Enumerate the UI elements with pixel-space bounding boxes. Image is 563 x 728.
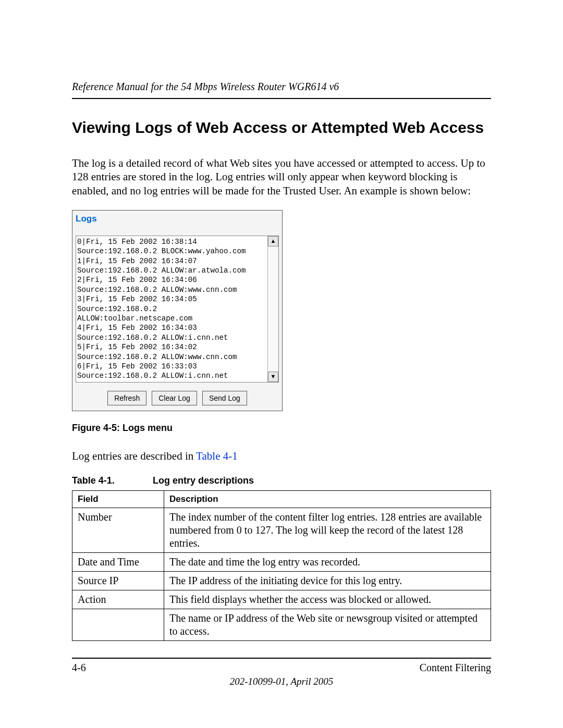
table-reference-line: Log entries are described in Table 4-1 <box>72 449 491 463</box>
section-heading: Viewing Logs of Web Access or Attempted … <box>72 119 491 137</box>
table-title: Log entry descriptions <box>153 475 254 486</box>
intro-paragraph: The log is a detailed record of what Web… <box>72 156 491 198</box>
cell-field: Date and Time <box>72 553 164 572</box>
table-row: Date and Time The date and time the log … <box>72 553 491 572</box>
cell-desc: The date and time the log entry was reco… <box>164 553 491 572</box>
log-scrollbar[interactable]: ▲ ▼ <box>267 236 278 382</box>
table-caption: Table 4-1. Log entry descriptions <box>72 475 491 486</box>
cell-field <box>72 609 164 641</box>
logs-button-row: Refresh Clear Log Send Log <box>72 386 282 411</box>
th-description: Description <box>164 491 491 508</box>
table-row: Source IP The IP address of the initiati… <box>72 572 491 590</box>
cell-desc: The IP address of the initiating device … <box>164 572 491 590</box>
cell-field: Source IP <box>72 572 164 590</box>
table-ref-link[interactable]: Table 4-1 <box>196 450 238 462</box>
figure-caption: Figure 4-5: Logs menu <box>72 423 491 434</box>
table-label: Table 4-1. <box>72 475 150 486</box>
th-field: Field <box>72 491 164 508</box>
log-textarea-wrap: 0|Fri, 15 Feb 2002 16:38:14 Source:192.1… <box>76 236 279 382</box>
logs-panel-title: Logs <box>72 211 282 224</box>
table-ref-prefix: Log entries are described in <box>72 450 196 462</box>
running-header: Reference Manual for the 54 Mbps Wireles… <box>72 81 491 99</box>
page-footer: 4-6 Content Filtering 202-10099-01, Apri… <box>72 658 491 687</box>
refresh-button[interactable]: Refresh <box>107 391 146 405</box>
cell-field: Action <box>72 590 164 609</box>
footer-section-name: Content Filtering <box>420 662 491 674</box>
table-row: Action This field displays whether the a… <box>72 590 491 609</box>
scroll-track[interactable] <box>268 246 278 372</box>
scroll-down-icon[interactable]: ▼ <box>268 372 278 382</box>
scroll-up-icon[interactable]: ▲ <box>268 236 278 246</box>
send-log-button[interactable]: Send Log <box>202 391 247 405</box>
log-textarea[interactable]: 0|Fri, 15 Feb 2002 16:38:14 Source:192.1… <box>76 236 268 382</box>
cell-desc: The index number of the content filter l… <box>164 508 491 553</box>
clear-log-button[interactable]: Clear Log <box>152 391 197 405</box>
doc-id: 202-10099-01, April 2005 <box>72 676 491 687</box>
table-row: Number The index number of the content f… <box>72 508 491 553</box>
logs-screenshot: Logs 0|Fri, 15 Feb 2002 16:38:14 Source:… <box>72 210 283 411</box>
table-row: The name or IP address of the Web site o… <box>72 609 491 641</box>
cell-desc: The name or IP address of the Web site o… <box>164 609 491 641</box>
page-number: 4-6 <box>72 662 86 674</box>
log-entry-table: Field Description Number The index numbe… <box>72 490 491 641</box>
cell-field: Number <box>72 508 164 553</box>
cell-desc: This field displays whether the access w… <box>164 590 491 609</box>
